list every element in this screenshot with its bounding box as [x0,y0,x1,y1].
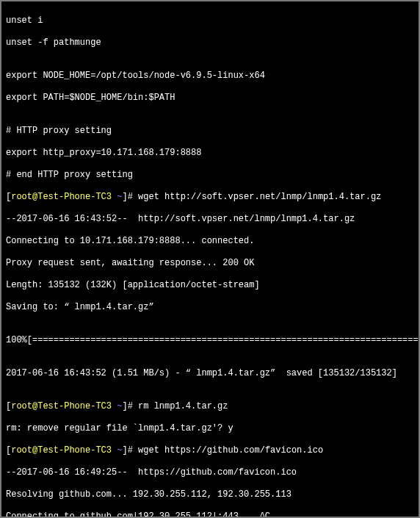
output-line: Resolving github.com... 192.30.255.112, … [6,489,414,500]
progress-bar-line: 100%[===================================… [6,335,414,346]
command-line: [root@Test-Phone-TC3 ~]# wget https://gi… [6,445,414,456]
script-line: export http_proxy=10.171.168.179:8888 [6,148,414,159]
script-line: # HTTP proxy setting [6,126,414,137]
output-line: --2017-06-16 16:49:25-- https://github.c… [6,467,414,478]
shell-prompt: [root@Test-Phone-TC3 ~]# [6,401,138,411]
command-text: wget http://soft.vpser.net/lnmp/lnmp1.4.… [138,192,381,202]
output-line: Saving to: “ lnmp1.4.tar.gz” [6,302,414,313]
output-line: Connecting to 10.171.168.179:8888... con… [6,236,414,247]
output-line: --2017-06-16 16:43:52-- http://soft.vpse… [6,214,414,225]
output-line: Proxy request sent, awaiting response...… [6,258,414,269]
command-line: [root@Test-Phone-TC3 ~]# rm lnmp1.4.tar.… [6,401,414,412]
script-line: export NODE_HOME=/opt/tools/node-v6.9.5-… [6,71,414,82]
output-line: rm: remove regular file `lnmp1.4.tar.gz'… [6,423,414,434]
output-line: Connecting to github.com|192.30.255.112|… [6,511,414,518]
shell-prompt: [root@Test-Phone-TC3 ~]# [6,192,138,202]
script-line: export PATH=$NODE_HOME/bin:$PATH [6,93,414,104]
script-line: unset -f pathmunge [6,37,414,48]
script-line: unset i [6,15,414,26]
output-line: Length: 135132 (132K) [application/octet… [6,280,414,291]
terminal-window[interactable]: unset i unset -f pathmunge export NODE_H… [0,0,420,518]
script-line: # end HTTP proxy setting [6,170,414,181]
command-line: [root@Test-Phone-TC3 ~]# wget http://sof… [6,192,414,203]
output-line: 2017-06-16 16:43:52 (1.51 MB/s) - “ lnmp… [6,368,414,379]
shell-prompt: [root@Test-Phone-TC3 ~]# [6,445,138,456]
command-text: wget https://github.com/favicon.ico [138,445,323,456]
command-text: rm lnmp1.4.tar.gz [138,401,228,411]
